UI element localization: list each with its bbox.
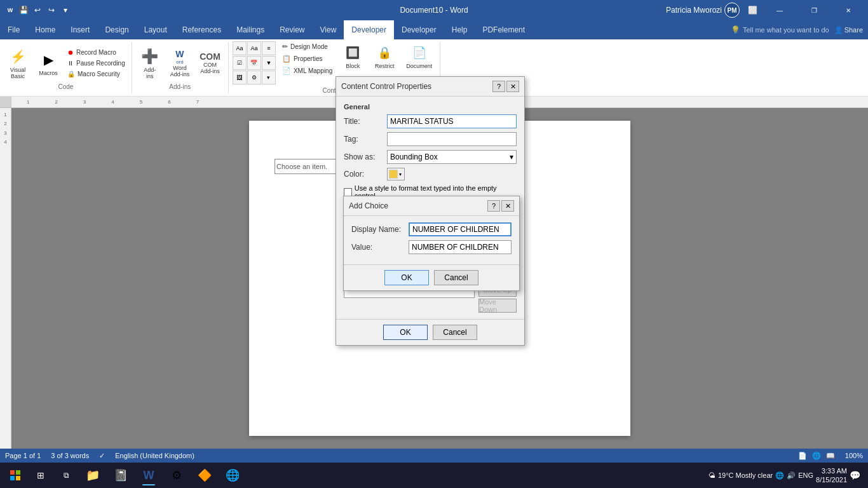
show-as-label: Show as: [344,152,387,161]
controls-grid-item-5[interactable]: 📅 [247,56,261,70]
taskbar-onenote[interactable]: 📓 [107,464,135,487]
view-web-icon[interactable]: 🌐 [812,452,821,460]
minimize-button[interactable]: — [765,0,794,20]
customize-quick-access[interactable]: ▾ [60,4,71,16]
svg-rect-2 [10,476,15,480]
controls-grid-item-6[interactable]: ▼ [262,56,276,70]
tab-insert[interactable]: Insert [63,20,97,39]
restrict-button[interactable]: 🔒 Restrict [370,41,398,71]
start-button[interactable] [3,464,28,487]
tab-home[interactable]: Home [27,20,63,39]
controls-grid-item-2[interactable]: Aa [247,41,261,55]
document-button[interactable]: 📄 Document [402,41,436,71]
dialog-ccp-footer: OK Cancel [336,319,524,345]
ribbon-collapse-button[interactable]: ⬜ [745,3,760,18]
taskbar-firefox[interactable]: 🌐 [219,464,247,487]
properties-button[interactable]: 📋Properties [280,53,335,64]
tab-help[interactable]: Help [444,20,475,39]
design-mode-button[interactable]: ✏Design Mode [280,41,335,52]
taskbar-clock[interactable]: 3:33 AM 8/15/2021 [816,466,847,485]
controls-grid-item-1[interactable]: Aa [233,41,247,55]
pause-recording-button[interactable]: ⏸ Pause Recording [65,58,128,68]
addins-button[interactable]: ➕ Add-ins [136,45,164,81]
color-picker[interactable]: ▾ [387,168,405,180]
xml-mapping-button[interactable]: 📄XML Mapping [280,65,335,76]
tab-layout[interactable]: Layout [137,20,175,39]
restore-button[interactable]: ❐ [799,0,829,20]
color-label: Color: [344,170,387,179]
value-input[interactable] [409,240,512,254]
com-addins-button[interactable]: COM COMAdd-ins [196,50,224,76]
record-macro-button[interactable]: ⏺ Record Macro [65,48,128,57]
network-icon[interactable]: 🌐 [775,471,784,480]
weather-text: 19°C Mostly clear [718,471,773,479]
tab-pdfelement[interactable]: PDFelement [475,20,532,39]
dialog-ccp-title: Content Control Properties [341,82,431,91]
taskbar-vlc[interactable]: 🔶 [191,464,219,487]
dialog-ac-cancel-button[interactable]: Cancel [434,270,478,285]
volume-icon[interactable]: 🔊 [787,471,796,480]
style-checkbox[interactable] [344,188,352,196]
avatar[interactable]: PM [724,3,740,18]
word-addins-button[interactable]: W ord WordAdd-ins [166,48,194,79]
tab-design[interactable]: Design [97,20,136,39]
tab-references[interactable]: References [175,20,229,39]
dialog-ccp-cancel-button[interactable]: Cancel [433,325,477,340]
visual-basic-button[interactable]: ⚡ VisualBasic [4,45,32,81]
status-right: 📄 🌐 📖 100% [798,452,863,460]
redo-button[interactable]: ↪ [46,4,57,16]
ribbon-tabs: File Home Insert Design Layout Reference… [0,20,868,39]
controls-grid-item-7[interactable]: 🖼 [233,71,247,85]
system-tray: 🌤 19°C Mostly clear [709,471,773,479]
controls-grid-item-9[interactable]: ▾ [262,71,276,85]
search-button[interactable]: ⊞ [28,464,53,487]
tab-review[interactable]: Review [272,20,312,39]
status-bar: Page 1 of 1 3 of 3 words ✓ English (Unit… [0,449,868,463]
tab-mailings[interactable]: Mailings [229,20,272,39]
view-print-icon[interactable]: 📄 [798,452,807,460]
show-as-select[interactable]: Bounding Box ▾ [387,150,517,164]
page-info: Page 1 of 1 [5,452,41,459]
move-down-button[interactable]: Move Down [478,299,517,313]
language: English (United Kingdom) [115,452,194,459]
tag-input[interactable] [387,132,517,146]
tab-file[interactable]: File [0,20,27,39]
dialog-ac-titlebar: Add Choice ? ✕ [344,196,519,216]
taskbar-settings[interactable]: ⚙ [163,464,191,487]
taskbar-file-explorer[interactable]: 📁 [79,464,107,487]
tag-label: Tag: [344,135,387,144]
save-button[interactable]: 💾 [18,4,29,16]
close-button[interactable]: ✕ [834,0,863,20]
color-swatch [389,170,398,179]
macros-button[interactable]: ▶ Macros [34,48,62,78]
dialog-ac-close-button[interactable]: ✕ [501,200,514,212]
dialog-ccp-close-button[interactable]: ✕ [506,81,519,92]
dialog-ac-ok-button[interactable]: OK [384,270,429,285]
block-button[interactable]: 🔲 Block [339,41,367,71]
notifications-button[interactable]: 💬 [850,470,860,480]
tell-me-search[interactable]: 💡 Tell me what you want to do [731,25,829,34]
display-name-label: Display Name: [351,225,409,234]
macro-security-button[interactable]: 🔒 Macro Security [65,69,128,79]
controls-grid-item-3[interactable]: ≡ [262,41,276,55]
title-bar-title: Document10 - Word [400,6,468,15]
tab-developer2[interactable]: Developer [394,20,444,39]
controls-grid-item-4[interactable]: ☑ [233,56,247,70]
display-name-input[interactable] [409,222,512,236]
share-button[interactable]: 👤 Share [834,26,863,34]
tab-view[interactable]: View [313,20,344,39]
dialog-ac-help-button[interactable]: ? [487,200,500,212]
taskbar-language: ENG [798,471,813,479]
controls-grid-item-8[interactable]: ⚙ [247,71,261,85]
task-view-button[interactable]: ⧉ [53,464,79,487]
undo-button[interactable]: ↩ [32,4,43,16]
zoom-level: 100% [845,452,863,459]
view-read-icon[interactable]: 📖 [826,452,835,460]
taskbar-word[interactable]: W [135,464,163,487]
title-input[interactable] [387,114,517,128]
color-row: Color: ▾ [344,168,517,180]
dialog-ccp-ok-button[interactable]: OK [383,325,428,340]
dialog-ccp-help-button[interactable]: ? [492,81,505,92]
dialog-ccp-titlebar: Content Control Properties ? ✕ [336,77,524,97]
tab-developer[interactable]: Developer [344,20,394,39]
